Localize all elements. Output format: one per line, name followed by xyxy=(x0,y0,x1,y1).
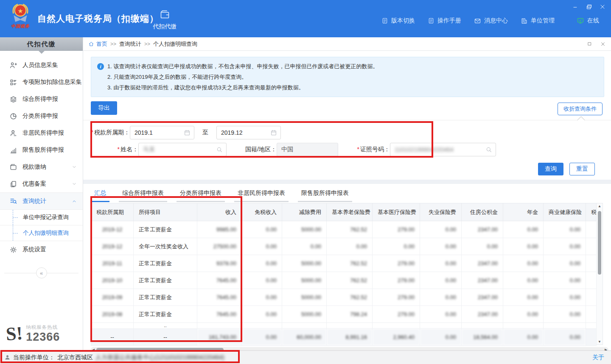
sidebar-item-special-deduction[interactable]: 专项附加扣除信息采集 xyxy=(0,74,83,91)
layers-icon xyxy=(9,95,17,103)
minimize-icon[interactable] xyxy=(572,3,579,10)
building-icon xyxy=(521,17,528,25)
sidebar-header: 代扣代缴 xyxy=(0,37,83,51)
table-row[interactable]: 2019-08正常工资薪金7645.000.005000.00798.24279… xyxy=(91,306,597,323)
menu-manual[interactable]: 操作手册 xyxy=(428,17,461,25)
tab-nonresident-income-form[interactable]: 非居民所得申报表 xyxy=(234,186,289,202)
sidebar-item-tax-payment[interactable]: 税款缴纳 xyxy=(0,158,83,175)
id-number-input[interactable]: 110102199904220464 xyxy=(390,143,496,156)
monitor-check-icon xyxy=(577,17,584,25)
maximize-page-icon[interactable] xyxy=(586,41,592,47)
table-cell: 7645.00 xyxy=(197,272,242,289)
nationality-input[interactable]: 中国 xyxy=(277,143,338,156)
table-header: 税款所属期 所得项目 收入 免税收入 减除费用 基本养老保险费 基本医疗保险费 … xyxy=(91,203,597,221)
section-divider xyxy=(83,180,611,184)
sidebar-item-restricted-shares[interactable]: 限售股所得申报 xyxy=(0,142,83,158)
table-cell: 5000.00 xyxy=(282,289,327,306)
restore-icon[interactable] xyxy=(586,3,592,10)
menu-unit-management[interactable]: 单位管理 xyxy=(521,17,555,25)
hotline-number: 12366 xyxy=(26,331,60,344)
sidebar-collapse-button[interactable]: « xyxy=(36,267,47,278)
table-cell: -- xyxy=(134,329,197,346)
sidebar-item-preferential-record[interactable]: 优惠备案 xyxy=(0,175,83,192)
table-cell xyxy=(197,323,242,329)
calendar-icon[interactable] xyxy=(270,129,277,136)
search-icon[interactable] xyxy=(485,146,492,153)
sidebar-item-nonresident-income[interactable]: 非居民所得申报 xyxy=(0,125,83,142)
sidebar-item-query-statistics[interactable]: 查询统计 xyxy=(0,192,83,209)
about-link[interactable]: 关于 xyxy=(592,354,604,361)
table-cell: -- xyxy=(91,329,134,346)
export-button[interactable]: 导出 xyxy=(91,101,117,115)
table-cell: 2347.00 xyxy=(462,255,503,272)
breadcrumb-separator: >> xyxy=(110,41,116,47)
sidebar-item-system-settings[interactable]: 系统设置 xyxy=(0,241,83,258)
query-button[interactable]: 查询 xyxy=(538,163,563,175)
table-cell xyxy=(586,255,597,272)
vertical-scrollbar[interactable]: ▲ ▼ xyxy=(597,203,603,345)
col-basic-pension: 基本养老保险费 xyxy=(327,203,373,221)
table-row[interactable]: 2019-12正常工资薪金9985.000.005000.00762.52279… xyxy=(91,221,597,238)
hotline-mark: S! xyxy=(6,325,23,343)
sidebar-item-classified-income[interactable]: 分类所得申报 xyxy=(0,108,83,125)
breadcrumb-level1[interactable]: 查询统计 xyxy=(119,40,141,48)
sidebar-subitem-personal-withholding-query[interactable]: 个人扣缴明细查询 xyxy=(0,225,83,241)
table-cell: 60,000.00 xyxy=(282,329,327,346)
vertical-scroll-thumb[interactable] xyxy=(598,211,601,275)
nationality-value: 中国 xyxy=(281,146,334,153)
table-row[interactable]: 2019-10正常工资薪金7645.000.005000.00762.52279… xyxy=(91,272,597,289)
tab-withholding[interactable]: 代扣代缴 xyxy=(148,3,182,36)
tab-restricted-shares-form[interactable]: 限售股所得申报表 xyxy=(298,186,352,202)
reset-button[interactable]: 重置 xyxy=(569,163,595,175)
tab-withholding-label: 代扣代缴 xyxy=(153,23,177,31)
breadcrumb-home[interactable]: 首页 xyxy=(88,40,107,48)
table-cell xyxy=(327,323,373,329)
name-label: *姓名： xyxy=(83,146,138,153)
table-row[interactable]: 2019-12全年一次性奖金收入27500.000.000.000.000.00… xyxy=(91,238,597,255)
tab-summary[interactable]: 汇总 xyxy=(91,186,109,202)
menu-message-center[interactable]: 消息中心 xyxy=(474,17,508,25)
query-statistics-submenu: 单位申报记录查询 个人扣缴明细查询 xyxy=(0,209,83,241)
table-row[interactable]: 2019-11正常工资薪金9378.000.005000.00762.52279… xyxy=(91,255,597,272)
collapse-conditions-button[interactable]: 收折查询条件 xyxy=(558,103,603,115)
result-tabs: 汇总 综合所得申报表 分类所得申报表 非居民所得申报表 限售股所得申报表 xyxy=(83,184,611,202)
top-header: ★ 中国税务 自然人电子税务局（扣缴端） 代扣代缴 版本切换 操作手册 消息中心… xyxy=(0,0,611,37)
tax-bureau-logo: ★ 中国税务 xyxy=(7,2,34,29)
tab-comprehensive-income-form[interactable]: 综合所得申报表 xyxy=(119,186,167,202)
name-input[interactable]: 马某 xyxy=(138,143,227,156)
close-page-icon[interactable] xyxy=(600,41,606,47)
calendar-icon[interactable] xyxy=(184,129,191,136)
search-icon[interactable] xyxy=(216,146,223,153)
sidebar-item-comprehensive-income[interactable]: 综合所得申报 xyxy=(0,91,83,108)
sidebar-subitem-unit-declaration-query[interactable]: 单位申报记录查询 xyxy=(0,209,83,225)
period-from-input[interactable]: 2019.1 xyxy=(130,126,194,139)
table-cell xyxy=(586,289,597,306)
scroll-down-icon[interactable]: ▼ xyxy=(597,340,603,344)
table-cell: 0.00 xyxy=(544,329,586,346)
table-row[interactable]: 2019-09正常工资薪金7645.000.005000.00762.52279… xyxy=(91,289,597,306)
sidebar-item-personnel-info[interactable]: 人员信息采集 xyxy=(0,57,83,74)
document-icon xyxy=(381,17,388,24)
scroll-up-icon[interactable]: ▲ xyxy=(597,204,603,208)
scroll-right-icon[interactable]: ▶ xyxy=(603,347,608,350)
close-icon[interactable] xyxy=(599,3,606,10)
document-icon xyxy=(428,17,434,24)
table-cell: 279.00 xyxy=(373,221,420,238)
col-income: 收入 xyxy=(197,203,242,221)
person-add-icon xyxy=(9,61,17,69)
horizontal-scrollbar[interactable]: ◀ ▶ xyxy=(91,347,608,350)
table-cell: 0.00 xyxy=(544,255,586,272)
checklist-icon xyxy=(9,78,17,86)
toolbar: 导出 收折查询条件 xyxy=(91,101,603,120)
table-cell: .. xyxy=(134,323,197,329)
table-cell: 9378.00 xyxy=(197,255,242,272)
scroll-left-icon[interactable]: ◀ xyxy=(91,347,96,350)
notice-line: 2. 只能查询2019年及之后的数据，不能进行跨年度查询。 xyxy=(107,72,247,82)
table-cell: 0.00 xyxy=(242,289,282,306)
current-unit-name: 人力资源公共服务中心(12110102199904220464) xyxy=(95,354,224,361)
menu-version-switch[interactable]: 版本切换 xyxy=(381,17,415,25)
table-cell: 279.00 xyxy=(373,306,420,323)
tab-classified-income-form[interactable]: 分类所得申报表 xyxy=(177,186,225,202)
table-cell: 0.00 xyxy=(420,272,462,289)
period-to-input[interactable]: 2019.12 xyxy=(216,126,281,139)
